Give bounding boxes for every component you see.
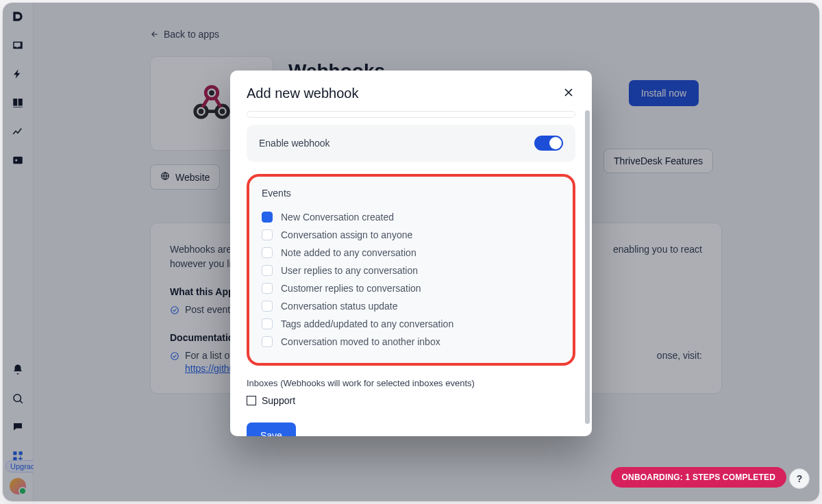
checkbox-icon[interactable]	[262, 301, 273, 312]
checkbox-icon[interactable]	[262, 336, 273, 347]
onboarding-pill[interactable]: ONBOARDING: 1 STEPS COMPLETED	[611, 467, 786, 488]
event-option[interactable]: Conversation status update	[262, 297, 560, 315]
close-icon[interactable]	[562, 86, 575, 101]
enable-webhook-row: Enable webhook	[247, 125, 575, 162]
inbox-option-support[interactable]: Support	[247, 395, 575, 406]
modal-overlay[interactable]: Add new webhook Enable webhook Events Ne…	[3, 3, 819, 501]
event-option[interactable]: New Conversation created	[262, 208, 560, 226]
event-option-label: Conversation assign to anyone	[281, 229, 412, 240]
enable-webhook-label: Enable webhook	[259, 138, 330, 149]
events-section: Events New Conversation createdConversat…	[247, 174, 575, 366]
event-option[interactable]: User replies to any conversation	[262, 262, 560, 279]
event-option-label: New Conversation created	[281, 212, 394, 223]
inboxes-label: Inboxes (Webhooks will work for selected…	[247, 378, 575, 388]
event-option-label: Tags added/updated to any conversation	[281, 318, 453, 329]
event-option[interactable]: Customer replies to conversation	[262, 279, 560, 297]
add-webhook-modal: Add new webhook Enable webhook Events Ne…	[230, 71, 592, 436]
webhook-url-input[interactable]	[247, 111, 575, 118]
enable-webhook-toggle[interactable]	[534, 136, 563, 151]
checkbox-icon[interactable]	[262, 283, 273, 294]
event-option-label: Conversation moved to another inbox	[281, 336, 440, 347]
checkbox-icon[interactable]	[262, 212, 273, 223]
modal-body: Enable webhook Events New Conversation c…	[230, 111, 592, 436]
checkbox-icon[interactable]	[247, 396, 256, 405]
scrollbar[interactable]	[585, 110, 590, 424]
event-option[interactable]: Conversation moved to another inbox	[262, 333, 560, 351]
event-option[interactable]: Note added to any conversation	[262, 244, 560, 262]
event-option-label: Customer replies to conversation	[281, 283, 421, 294]
checkbox-icon[interactable]	[262, 265, 273, 276]
event-option-label: Conversation status update	[281, 301, 397, 312]
save-button[interactable]: Save	[247, 423, 296, 436]
checkbox-icon[interactable]	[262, 229, 273, 240]
event-option[interactable]: Tags added/updated to any conversation	[262, 315, 560, 333]
checkbox-icon[interactable]	[262, 247, 273, 258]
event-option-label: Note added to any conversation	[281, 247, 416, 258]
events-title: Events	[262, 188, 560, 199]
event-option-label: User replies to any conversation	[281, 265, 418, 276]
checkbox-icon[interactable]	[262, 318, 273, 329]
modal-title: Add new webhook	[247, 86, 358, 101]
help-button[interactable]: ?	[789, 468, 810, 489]
inbox-option-label: Support	[262, 395, 295, 406]
event-option[interactable]: Conversation assign to anyone	[262, 226, 560, 244]
